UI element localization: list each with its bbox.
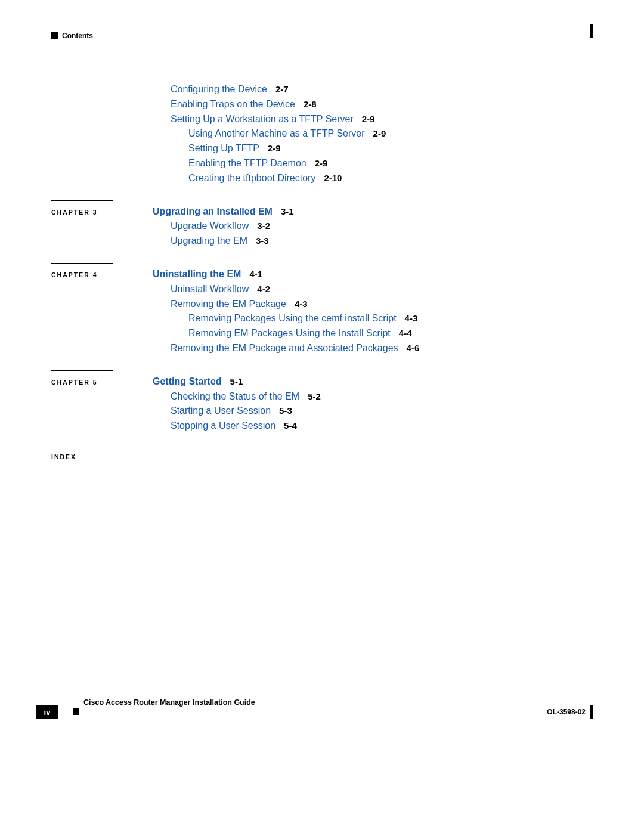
toc-link[interactable]: Setting Up TFTP <box>188 143 259 153</box>
toc-link[interactable]: Upgrading the EM <box>171 236 247 246</box>
page-ref: 3-1 <box>281 206 294 216</box>
footer-title: Cisco Access Router Manager Installation… <box>83 698 255 707</box>
chapter-title-link[interactable]: Uninstalling the EM <box>153 269 241 279</box>
page-ref: 2-9 <box>268 143 281 153</box>
page-marker-icon <box>590 705 593 719</box>
page-ref: 3-3 <box>256 236 269 246</box>
chapter-label: CHAPTER 5 <box>51 377 153 387</box>
toc-link[interactable]: Setting Up a Workstation as a TFTP Serve… <box>171 114 354 124</box>
page-ref: 2-10 <box>324 173 342 183</box>
chapter-title-link[interactable]: Getting Started <box>153 376 222 386</box>
toc-link[interactable]: Removing Packages Using the cemf install… <box>188 313 397 323</box>
section-divider <box>51 448 113 448</box>
page-footer: Cisco Access Router Manager Installation… <box>36 695 593 716</box>
page-marker-icon <box>73 708 79 715</box>
toc-link[interactable]: Using Another Machine as a TFTP Server <box>188 128 365 138</box>
page-marker-icon <box>51 32 58 39</box>
section-divider <box>51 370 113 371</box>
toc-link[interactable]: Removing EM Packages Using the Install S… <box>188 328 391 338</box>
section-divider <box>51 263 113 264</box>
chapter-label: CHAPTER 4 <box>51 270 153 280</box>
toc-link[interactable]: Checking the Status of the EM <box>171 391 299 401</box>
toc-link[interactable]: Starting a User Session <box>171 405 271 416</box>
toc-link[interactable]: Uninstall Workflow <box>171 284 249 294</box>
index-label: INDEX <box>51 452 153 462</box>
toc-link[interactable]: Upgrade Workflow <box>171 221 249 231</box>
page-ref: 5-4 <box>284 420 297 431</box>
toc-link[interactable]: Enabling the TFTP Daemon <box>188 158 306 168</box>
footer-rule <box>76 695 593 695</box>
page-ref: 4-3 <box>405 313 418 323</box>
toc-link[interactable]: Stopping a User Session <box>171 420 275 431</box>
toc-link[interactable]: Removing the EM Package and Associated P… <box>171 343 398 353</box>
toc-link[interactable]: Removing the EM Package <box>171 299 286 309</box>
page-ref: 2-9 <box>315 158 328 168</box>
page-ref: 4-4 <box>399 328 412 338</box>
page-ref: 5-3 <box>279 405 292 416</box>
toc-link[interactable]: Creating the tftpboot Directory <box>188 173 315 183</box>
page-ref: 2-7 <box>275 84 289 94</box>
table-of-contents: Configuring the Device2-7 Enabling Traps… <box>51 82 593 462</box>
page-number: iv <box>36 705 58 719</box>
page-ref: 4-3 <box>295 299 308 309</box>
page-ref: 3-2 <box>257 221 270 231</box>
page-ref: 2-8 <box>304 99 317 109</box>
section-divider <box>51 200 113 201</box>
contents-header: Contents <box>62 32 93 40</box>
page-ref: 5-1 <box>230 376 243 386</box>
chapter-title-link[interactable]: Upgrading an Installed EM <box>153 206 273 216</box>
page-ref: 5-2 <box>308 391 321 401</box>
toc-link[interactable]: Enabling Traps on the Device <box>171 99 295 109</box>
page-ref: 2-9 <box>373 128 386 138</box>
page-ref: 2-9 <box>362 114 375 124</box>
page-ref: 4-2 <box>257 284 270 294</box>
page-ref: 4-6 <box>407 343 420 353</box>
page-ref: 4-1 <box>249 269 262 279</box>
doc-id: OL-3598-02 <box>547 708 586 716</box>
toc-link[interactable]: Configuring the Device <box>171 84 267 94</box>
chapter-label: CHAPTER 3 <box>51 208 153 217</box>
page-marker-icon <box>590 24 593 38</box>
